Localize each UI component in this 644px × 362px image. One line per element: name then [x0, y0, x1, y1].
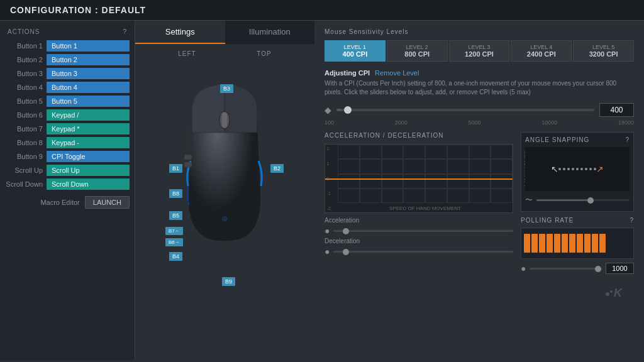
accel-title: ACCELERATION / DECELERATION — [325, 132, 513, 139]
btn-label-2: Button 2 — [5, 56, 43, 63]
cursor-left-icon: ↖ — [551, 164, 558, 174]
slider-label-100: 100 — [325, 119, 334, 126]
cursor-right-icon: ↗ — [596, 164, 604, 174]
btn-label-3: Button 3 — [5, 70, 43, 77]
tab-illumination[interactable]: Illumination — [225, 21, 315, 44]
polling-thumb[interactable] — [595, 266, 601, 272]
action-btn-7[interactable]: Keypad * — [47, 123, 130, 134]
action-btn-4[interactable]: Button 4 — [47, 82, 130, 93]
action-btn-8[interactable]: Keypad - — [47, 137, 130, 148]
action-row: Button 6 Keypad / — [0, 108, 135, 122]
polling-chart — [521, 228, 634, 259]
mouse-btn-b1[interactable]: B1 — [169, 164, 182, 173]
cpi-slider-row: ◆ — [325, 103, 634, 117]
btn-label-9: Button 9 — [5, 153, 43, 160]
mouse-btn-b4[interactable]: B4 — [169, 252, 182, 261]
polling-bar — [547, 234, 553, 253]
cpi-level-2[interactable]: LEVEL 2 800 CPI — [387, 40, 448, 62]
cpi-level-4[interactable]: LEVEL 4 2400 CPI — [511, 40, 572, 62]
polling-bar — [539, 234, 545, 253]
slider-labels: 100 2000 5000 10000 18000 — [325, 119, 634, 126]
mouse-btn-b3[interactable]: B3 — [220, 84, 233, 93]
svg-point-8 — [610, 290, 613, 293]
polling-value-input[interactable] — [606, 263, 634, 274]
angle-thumb[interactable] — [587, 197, 594, 204]
cpi-level-2-num: LEVEL 2 — [390, 44, 445, 50]
mouse-btn-b2[interactable]: B2 — [270, 164, 284, 173]
cpi-level-5[interactable]: LEVEL 5 3200 CPI — [573, 40, 634, 62]
btn-label-4: Button 4 — [5, 84, 43, 91]
cpi-description: With a CPI (Counts Per Inch) setting of … — [325, 79, 634, 97]
action-btn-6[interactable]: Keypad / — [47, 109, 130, 121]
action-row: Button 7 Keypad * — [0, 122, 135, 136]
cpi-level-1[interactable]: LEVEL 1 400 CPI — [325, 40, 386, 62]
slider-label-2000: 2000 — [395, 119, 408, 126]
action-row: Button 4 Button 4 — [0, 80, 135, 94]
angle-help-icon[interactable]: ? — [625, 136, 630, 143]
launch-button[interactable]: LAUNCH — [85, 196, 130, 209]
polling-bar — [599, 234, 606, 253]
mouse-view-labels: LEFT TOP — [135, 44, 314, 57]
mouse-btn-b5[interactable]: B5 — [169, 211, 182, 220]
svg-rect-2 — [184, 155, 192, 160]
action-btn-2[interactable]: Button 2 — [47, 54, 130, 65]
angle-dot — [572, 168, 574, 170]
accel-thumb[interactable] — [343, 228, 349, 234]
action-btn-scrollup[interactable]: Scroll Up — [47, 165, 130, 176]
angle-slider-row: 〜 — [525, 195, 630, 206]
cpi-value-input[interactable] — [599, 103, 634, 117]
action-row: Button 1 Button 1 — [0, 39, 135, 53]
action-row: Scroll Up Scroll Up — [0, 163, 135, 177]
accel-slider-track[interactable] — [333, 230, 513, 232]
tab-settings[interactable]: Settings — [135, 21, 225, 44]
cpi-slider-track[interactable] — [336, 109, 594, 111]
decel-label-row: Deceleration — [325, 238, 513, 244]
macro-row: Macro Editor LAUNCH — [0, 191, 135, 209]
cpi-level-3[interactable]: LEVEL 3 1200 CPI — [449, 40, 510, 62]
main-layout: ACTIONS ? Button 1 Button 1 Button 2 But… — [0, 21, 644, 360]
cpi-level-1-num: LEVEL 1 — [328, 44, 382, 50]
action-btn-5[interactable]: Button 5 — [47, 96, 130, 107]
page-title: CONFIGURATION : DEFAULT — [10, 5, 146, 15]
polling-slider-row: ● — [521, 263, 634, 274]
action-btn-3[interactable]: Button 3 — [47, 68, 130, 79]
cpi-level-5-val: 3200 CPI — [576, 50, 631, 58]
cpi-level-5-num: LEVEL 5 — [576, 44, 631, 50]
btn-label-scrolldown: Scroll Down — [5, 180, 43, 188]
decel-slider-track[interactable] — [333, 251, 513, 253]
polling-help-icon[interactable]: ? — [630, 217, 634, 224]
polling-title-row: POLLING RATE ? — [521, 217, 634, 224]
mouse-btn-b8[interactable]: B8 — [169, 189, 182, 198]
sensitivity-title: Mouse Sensitivity Levels — [325, 28, 634, 35]
mouse-btn-b7[interactable]: B7← — [165, 227, 183, 235]
polling-bar — [531, 234, 538, 253]
action-row: Button 3 Button 3 — [0, 67, 135, 80]
btn-label-8: Button 8 — [5, 139, 43, 146]
action-btn-1[interactable]: Button 1 — [47, 40, 130, 52]
mouse-container: ◎ B1 B2 B3 B4 B5 B7← B6→ B8 B9 — [148, 60, 302, 274]
angle-dot — [558, 168, 561, 170]
cpi-slider-thumb[interactable] — [344, 106, 352, 114]
angle-slider-track[interactable] — [536, 199, 630, 201]
mouse-btn-b6[interactable]: B6→ — [165, 238, 183, 246]
mouse-btn-b9[interactable]: B9 — [222, 277, 235, 286]
action-btn-scrolldown[interactable]: Scroll Down — [47, 178, 130, 190]
decel-slider-icon: ● — [325, 246, 330, 256]
decel-thumb[interactable] — [343, 249, 349, 255]
right-panel: Mouse Sensitivity Levels LEVEL 1 400 CPI… — [314, 21, 644, 360]
steelseries-logo: K — [602, 280, 634, 299]
remove-level-link[interactable]: Remove Level — [375, 69, 419, 77]
slider-label-18000: 18000 — [618, 119, 634, 126]
polling-bar — [569, 234, 575, 253]
action-btn-9[interactable]: CPI Toggle — [47, 151, 130, 162]
mouse-image: ◎ — [173, 73, 277, 249]
accel-section: ACCELERATION / DECELERATION 2 1 0 -1 -2 — [325, 132, 513, 299]
polling-slider-track[interactable] — [530, 268, 602, 270]
tabs-row: Settings Illumination — [135, 21, 314, 44]
help-icon[interactable]: ? — [123, 28, 127, 35]
header: CONFIGURATION : DEFAULT — [0, 0, 644, 21]
accel-slider-icon: ● — [325, 226, 330, 236]
slider-label-5000: 5000 — [468, 119, 480, 126]
btn-label-5: Button 5 — [5, 97, 43, 105]
polling-bar — [592, 234, 598, 253]
